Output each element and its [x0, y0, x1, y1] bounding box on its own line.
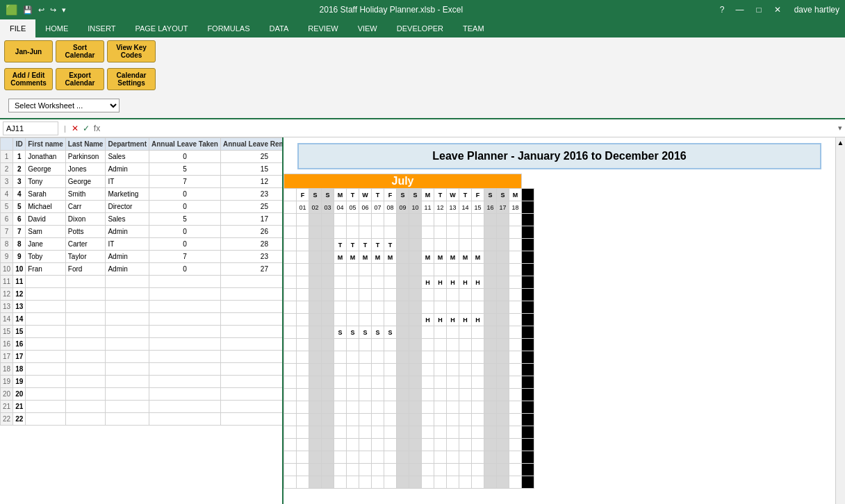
- calendar-cell[interactable]: [409, 476, 422, 489]
- calendar-cell[interactable]: [447, 414, 459, 426]
- calendar-cell[interactable]: [334, 376, 347, 389]
- calendar-cell[interactable]: [322, 439, 334, 451]
- calendar-cell[interactable]: [459, 439, 472, 451]
- calendar-cell[interactable]: [297, 401, 309, 414]
- calendar-cell[interactable]: [472, 289, 484, 301]
- close-button[interactable]: ✕: [769, 3, 786, 16]
- cell-lastname[interactable]: George: [65, 176, 106, 188]
- calendar-cell[interactable]: [497, 414, 509, 426]
- cell-firstname[interactable]: [26, 413, 66, 426]
- calendar-cell[interactable]: [447, 426, 459, 439]
- calendar-cell[interactable]: [297, 476, 309, 489]
- cell-remaining[interactable]: [220, 401, 282, 413]
- calendar-cell[interactable]: [422, 214, 434, 226]
- calendar-cell[interactable]: M: [334, 251, 347, 264]
- calendar-cell[interactable]: [447, 289, 459, 301]
- calendar-cell[interactable]: [359, 439, 372, 451]
- calendar-cell[interactable]: [434, 426, 447, 439]
- calendar-cell[interactable]: S: [372, 326, 384, 339]
- calendar-cell[interactable]: [322, 464, 334, 476]
- cell-department[interactable]: Admin: [106, 226, 149, 238]
- calendar-cell[interactable]: [359, 351, 372, 364]
- help-icon[interactable]: ?: [716, 3, 728, 16]
- calendar-cell[interactable]: [434, 351, 447, 364]
- formula-expand-icon[interactable]: ▾: [838, 124, 842, 133]
- cell-department[interactable]: Admin: [106, 263, 149, 276]
- calendar-cell[interactable]: [409, 251, 422, 264]
- calendar-cell[interactable]: [409, 389, 422, 401]
- calendar-cell[interactable]: [309, 476, 322, 489]
- calendar-cell[interactable]: [409, 239, 422, 251]
- calendar-cell[interactable]: [472, 389, 484, 401]
- calendar-cell[interactable]: [409, 214, 422, 226]
- calendar-cell[interactable]: [297, 289, 309, 301]
- calendar-cell[interactable]: [372, 276, 384, 289]
- calendar-cell[interactable]: [484, 426, 497, 439]
- calendar-cell[interactable]: [297, 264, 309, 276]
- calendar-cell[interactable]: [484, 476, 497, 489]
- calendar-cell[interactable]: [459, 414, 472, 426]
- calendar-cell[interactable]: [422, 414, 434, 426]
- cell-firstname[interactable]: Jonathan: [26, 151, 66, 163]
- calendar-cell[interactable]: [359, 414, 372, 426]
- quick-access-redo[interactable]: ↪: [50, 6, 56, 15]
- cell-lastname[interactable]: [65, 326, 106, 338]
- calendar-cell[interactable]: [434, 414, 447, 426]
- calendar-cell[interactable]: [397, 476, 409, 489]
- calendar-cell[interactable]: M: [347, 251, 359, 264]
- cell-remaining[interactable]: [220, 301, 282, 313]
- calendar-cell[interactable]: [472, 214, 484, 226]
- calendar-cell[interactable]: [484, 251, 497, 264]
- cell-remaining[interactable]: 15: [220, 163, 282, 176]
- calendar-cell[interactable]: [484, 276, 497, 289]
- calendar-cell[interactable]: [484, 389, 497, 401]
- cell-remaining[interactable]: 12: [220, 176, 282, 188]
- calendar-cell[interactable]: [309, 314, 322, 326]
- calendar-cell[interactable]: [309, 451, 322, 464]
- calendar-cell[interactable]: [347, 264, 359, 276]
- calendar-cell[interactable]: [397, 326, 409, 339]
- cell-id[interactable]: 3: [13, 176, 26, 188]
- cell-taken[interactable]: [149, 313, 220, 326]
- cell-firstname[interactable]: Toby: [26, 251, 66, 263]
- calendar-cell[interactable]: [422, 351, 434, 364]
- calendar-cell[interactable]: [397, 439, 409, 451]
- cell-remaining[interactable]: [220, 413, 282, 426]
- calendar-cell[interactable]: [384, 426, 397, 439]
- calendar-cell[interactable]: [434, 326, 447, 339]
- calendar-cell[interactable]: [472, 414, 484, 426]
- calendar-cell[interactable]: [397, 276, 409, 289]
- calendar-cell[interactable]: [472, 326, 484, 339]
- cell-lastname[interactable]: Taylor: [65, 251, 106, 263]
- cell-reference-input[interactable]: [3, 121, 58, 135]
- calendar-cell[interactable]: [409, 364, 422, 376]
- cell-lastname[interactable]: [65, 401, 106, 413]
- calendar-cell[interactable]: [409, 451, 422, 464]
- calendar-cell[interactable]: [509, 226, 522, 239]
- calendar-cell[interactable]: [347, 314, 359, 326]
- calendar-cell[interactable]: [347, 389, 359, 401]
- calendar-cell[interactable]: [297, 351, 309, 364]
- calendar-cell[interactable]: [509, 376, 522, 389]
- calendar-cell[interactable]: [447, 301, 459, 314]
- calendar-cell[interactable]: [322, 226, 334, 239]
- calendar-cell[interactable]: [397, 251, 409, 264]
- calendar-cell[interactable]: [372, 339, 384, 351]
- calendar-cell[interactable]: [509, 351, 522, 364]
- calendar-cell[interactable]: [334, 426, 347, 439]
- calendar-cell[interactable]: [309, 289, 322, 301]
- calendar-cell[interactable]: [347, 414, 359, 426]
- cell-firstname[interactable]: [26, 376, 66, 388]
- cell-department[interactable]: [106, 288, 149, 301]
- calendar-cell[interactable]: [359, 289, 372, 301]
- calendar-cell[interactable]: [322, 389, 334, 401]
- calendar-cell[interactable]: [497, 264, 509, 276]
- calendar-cell[interactable]: [322, 414, 334, 426]
- calendar-cell[interactable]: [347, 351, 359, 364]
- calendar-cell[interactable]: [409, 439, 422, 451]
- cell-department[interactable]: [106, 338, 149, 351]
- calendar-cell[interactable]: [334, 339, 347, 351]
- calendar-cell[interactable]: [509, 476, 522, 489]
- calendar-cell[interactable]: [447, 264, 459, 276]
- cell-taken[interactable]: [149, 363, 220, 376]
